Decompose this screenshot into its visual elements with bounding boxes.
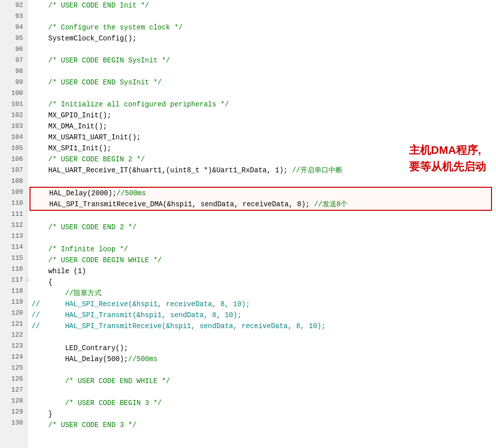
line-num-107: 107 [4, 165, 23, 176]
code-line-103: MX_DMA_Init(); [32, 121, 492, 132]
line-num-122: 122 [4, 330, 23, 341]
code-line-114: /* Infinite loop */ [32, 244, 492, 255]
code-line-115: /* USER CODE BEGIN WHILE */ [32, 255, 492, 266]
code-line-98 [32, 66, 492, 77]
line-num-130: 130 [4, 418, 23, 429]
line-num-113: 113 [4, 231, 23, 242]
code-line-117: { [32, 277, 492, 288]
line-num-104: 104 [4, 132, 23, 143]
line-num-97: 97 [4, 55, 23, 66]
line-num-92: 92 [4, 0, 23, 11]
line-num-117: 117 [4, 275, 23, 286]
line-num-125: 125 [4, 363, 23, 374]
line-num-115: 115 [4, 253, 23, 264]
line-num-124: 124 [4, 352, 23, 363]
code-line-124: HAL_Delay(500);//500ms [32, 354, 492, 365]
highlight-block: HAL_Delay(2000);//500ms HAL_SPI_Transmit… [30, 187, 492, 211]
code-line-120: // HAL_SPI_Transmit(&hspi1, sendData, 8,… [32, 310, 492, 321]
annotation: 主机DMA程序, 要等从机先启动 [409, 142, 486, 175]
line-num-98: 98 [4, 66, 23, 77]
code-line-125 [32, 365, 492, 376]
line-num-109: 109 [4, 187, 23, 198]
code-line-94: /* Configure the system clock */ [32, 22, 492, 33]
line-num-128: 128 [4, 396, 23, 407]
code-line-95: SystemClock_Config(); [32, 33, 492, 44]
code-line-123: LED_Contrary(); [32, 343, 492, 354]
code-line-128: /* USER CODE BEGIN 3 */ [32, 398, 492, 409]
code-line-97: /* USER CODE BEGIN SysInit */ [32, 55, 492, 66]
line-num-101: 101 [4, 99, 23, 110]
line-num-103: 103 [4, 121, 23, 132]
code-line-109: HAL_Delay(2000);//500ms [32, 188, 491, 199]
code-line-108 [32, 176, 492, 187]
code-line-111 [32, 211, 492, 222]
code-line-112: /* USER CODE END 2 */ [32, 222, 492, 233]
code-line-93 [32, 11, 492, 22]
line-num-94: 94 [4, 22, 23, 33]
line-num-93: 93 [4, 11, 23, 22]
code-line-99: /* USER CODE END SysInit */ [32, 77, 492, 88]
line-num-110: 110 [4, 198, 23, 209]
code-line-116: while (1) [32, 266, 492, 277]
line-num-123: 123 [4, 341, 23, 352]
line-num-111: 111 [4, 209, 23, 220]
line-num-105: 105 [4, 143, 23, 154]
line-num-95: 95 [4, 33, 23, 44]
code-line-121: // HAL_SPI_TransmitReceive(&hspi1, sendD… [32, 321, 492, 332]
line-num-114: 114 [4, 242, 23, 253]
code-line-122 [32, 332, 492, 343]
line-num-116: 116 [4, 264, 23, 275]
code-line-118: //阻塞方式 [32, 288, 492, 299]
code-line-96 [32, 44, 492, 55]
line-num-126: 126 [4, 374, 23, 385]
line-num-102: 102 [4, 110, 23, 121]
line-num-119: 119 [4, 297, 23, 308]
code-editor: 9293949596979899100101102103104105106107… [0, 0, 496, 448]
line-num-106: 106 [4, 154, 23, 165]
line-num-108: 108 [4, 176, 23, 187]
line-num-99: 99 [4, 77, 23, 88]
code-line-100 [32, 88, 492, 99]
code-line-127 [32, 387, 492, 398]
line-num-118: 118 [4, 286, 23, 297]
code-line-101: /* Initialize all configured peripherals… [32, 99, 492, 110]
annotation-line2: 要等从机先启动 [409, 160, 486, 173]
code-line-104: MX_USART1_UART_Init(); [32, 132, 492, 143]
line-numbers: 9293949596979899100101102103104105106107… [0, 0, 28, 448]
line-num-96: 96 [4, 44, 23, 55]
line-num-100: 100 [4, 88, 23, 99]
code-line-110: HAL_SPI_TransmitReceive_DMA(&hspi1, send… [32, 199, 491, 210]
line-num-112: 112 [4, 220, 23, 231]
code-line-92: /* USER CODE END Init */ [32, 0, 492, 11]
code-content[interactable]: 主机DMA程序, 要等从机先启动 /* USER CODE END Init *… [28, 0, 496, 448]
line-num-120: 120 [4, 308, 23, 319]
code-line-126: /* USER CODE END WHILE */ [32, 376, 492, 387]
code-line-102: MX_GPIO_Init(); [32, 110, 492, 121]
code-line-113 [32, 233, 492, 244]
code-line-130: /* USER CODE END 3 */ [32, 420, 492, 431]
annotation-line1: 主机DMA程序, [409, 144, 481, 156]
line-num-121: 121 [4, 319, 23, 330]
code-line-129: } [32, 409, 492, 420]
line-num-127: 127 [4, 385, 23, 396]
line-num-129: 129 [4, 407, 23, 418]
code-line-119: // HAL_SPI_Receive(&hspi1, receiveData, … [32, 299, 492, 310]
